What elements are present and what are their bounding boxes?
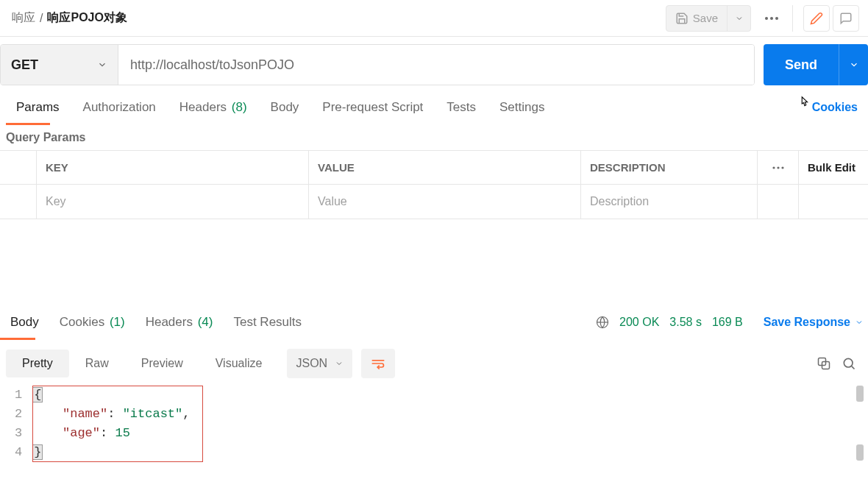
url-bar: GET	[0, 44, 755, 85]
send-dropdown[interactable]	[839, 44, 868, 85]
tab-authorization[interactable]: Authorization	[71, 96, 168, 119]
tab-params[interactable]: Params	[4, 96, 71, 119]
resp-tab-test-results[interactable]: Test Results	[223, 311, 312, 334]
table-row[interactable]: Key Value Description	[0, 185, 868, 219]
status-code: 200 OK	[619, 316, 659, 329]
chevron-down-icon	[735, 14, 744, 23]
wrap-icon	[371, 358, 385, 369]
tab-body[interactable]: Body	[259, 96, 311, 119]
col-value: VALUE	[309, 151, 581, 185]
svg-point-0	[772, 166, 775, 169]
json-open-brace: {	[32, 387, 43, 402]
chevron-down-icon	[855, 318, 864, 327]
resp-tab-headers[interactable]: Headers (4)	[135, 311, 224, 334]
chevron-down-icon	[335, 359, 344, 368]
chevron-down-icon	[849, 60, 859, 70]
send-button[interactable]: Send	[764, 44, 839, 85]
view-visualize[interactable]: Visualize	[199, 350, 279, 377]
status-time: 3.58 s	[669, 316, 702, 329]
cookies-link[interactable]: Cookies	[812, 101, 864, 114]
tab-settings[interactable]: Settings	[488, 96, 556, 119]
copy-button[interactable]	[817, 356, 831, 371]
format-label: JSON	[296, 357, 327, 370]
tab-headers[interactable]: Headers (8)	[168, 96, 259, 119]
chevron-down-icon	[97, 60, 107, 70]
copy-icon	[817, 356, 831, 371]
svg-point-2	[781, 166, 783, 169]
comment-icon-button[interactable]	[833, 5, 859, 32]
bulk-edit-link[interactable]: Bulk Edit	[799, 151, 868, 185]
svg-line-9	[852, 366, 855, 369]
pencil-icon	[810, 12, 823, 25]
dots-icon	[772, 166, 784, 169]
key-cell[interactable]: Key	[37, 185, 309, 219]
wrap-lines-button[interactable]	[361, 349, 395, 378]
more-options[interactable]	[758, 5, 785, 32]
svg-point-8	[844, 358, 853, 367]
method-dropdown[interactable]: GET	[1, 45, 118, 85]
status-size: 169 B	[712, 316, 743, 329]
status-block: 200 OK 3.58 s 169 B Save Response	[596, 316, 864, 329]
col-key: KEY	[37, 151, 309, 185]
divider	[792, 5, 793, 32]
format-dropdown[interactable]: JSON	[287, 349, 352, 378]
params-table: KEY VALUE DESCRIPTION Bulk Edit Key Valu…	[0, 150, 868, 219]
resp-cookies-count: (1)	[110, 315, 125, 329]
svg-point-1	[777, 166, 779, 169]
scrollbar-bottom[interactable]	[856, 444, 864, 461]
query-params-label: Query Params	[0, 122, 868, 150]
json-close-brace: }	[32, 444, 43, 460]
table-options[interactable]	[758, 151, 799, 185]
view-preview[interactable]: Preview	[125, 350, 199, 377]
view-raw[interactable]: Raw	[69, 350, 125, 377]
globe-icon[interactable]	[596, 316, 609, 329]
breadcrumb[interactable]: 响应 / 响应POJO对象	[9, 10, 127, 26]
send-label: Send	[785, 57, 817, 73]
headers-count: (8)	[232, 100, 247, 114]
view-pretty[interactable]: Pretty	[6, 350, 69, 377]
resp-tab-cookies[interactable]: Cookies (1)	[49, 311, 135, 334]
save-dropdown[interactable]	[727, 6, 750, 31]
resp-tab-body[interactable]: Body	[0, 311, 49, 334]
save-button-group: Save	[666, 5, 751, 32]
desc-cell[interactable]: Description	[581, 185, 758, 219]
resp-headers-count: (4)	[198, 315, 213, 329]
floppy-icon	[675, 12, 689, 25]
breadcrumb-separator: /	[40, 12, 43, 25]
breadcrumb-parent[interactable]: 响应	[12, 10, 35, 26]
response-body[interactable]: 1 2 3 4 { "name": "itcast", "age": 15 }	[0, 386, 868, 469]
line-gutter: 1 2 3 4	[15, 386, 32, 462]
save-response-dropdown[interactable]: Save Response	[764, 316, 864, 329]
value-cell[interactable]: Value	[309, 185, 581, 219]
col-description: DESCRIPTION	[581, 151, 758, 185]
method-label: GET	[11, 57, 38, 73]
url-input[interactable]	[118, 45, 754, 85]
tab-prerequest[interactable]: Pre-request Script	[310, 96, 435, 119]
edit-icon-button[interactable]	[803, 5, 830, 32]
search-icon	[842, 356, 856, 371]
save-label: Save	[693, 12, 718, 24]
table-header: KEY VALUE DESCRIPTION Bulk Edit	[0, 151, 868, 185]
comment-icon	[839, 12, 853, 25]
tab-tests[interactable]: Tests	[435, 96, 488, 119]
save-button[interactable]: Save	[666, 6, 727, 31]
scrollbar-top[interactable]	[856, 386, 864, 402]
search-button[interactable]	[842, 356, 856, 371]
breadcrumb-current: 响应POJO对象	[47, 10, 127, 26]
